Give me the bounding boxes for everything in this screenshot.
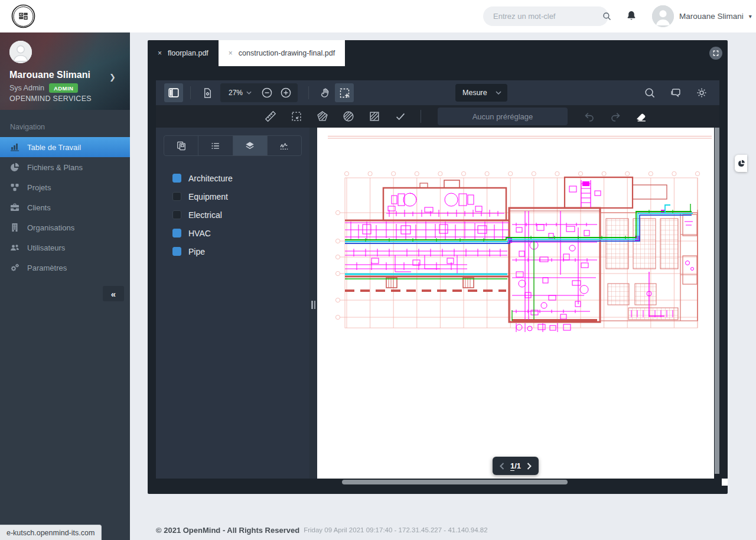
- sidebar: Marouane Slimani ❯ Sys Admin ADMIN OPENM…: [0, 32, 130, 540]
- vertical-scrollbar[interactable]: [714, 128, 719, 479]
- area-measure-icon[interactable]: [314, 108, 331, 125]
- nav-item-label: Fichiers & Plans: [27, 163, 83, 172]
- gears-icon: [10, 263, 19, 272]
- sidebar-item-projets[interactable]: Projets: [0, 177, 130, 197]
- app-footer: © 2021 OpenMind - All Rights Reserved Fr…: [130, 520, 756, 540]
- layer-pipe[interactable]: Pipe: [172, 242, 302, 261]
- toolbar-divider: [190, 86, 191, 99]
- vertical-scrollbar-thumb[interactable]: [715, 128, 719, 474]
- tab-label: floorplan.pdf: [168, 49, 208, 57]
- resize-grip-icon: [311, 301, 315, 309]
- panel-tab-switcher: [164, 135, 302, 156]
- comments-icon[interactable]: [666, 83, 685, 102]
- copyright-text: © 2021 OpenMind - All Rights Reserved: [156, 526, 299, 535]
- sidebar-item-utilisateurs[interactable]: Utilisateurs: [0, 238, 130, 258]
- user-menu[interactable]: Marouane Slimani ▾: [652, 5, 752, 27]
- layers-list: Architecture Equipment Electrical HVAC P…: [164, 169, 302, 261]
- profile-avatar[interactable]: [9, 41, 32, 63]
- count-measure-icon[interactable]: [392, 108, 409, 125]
- side-panel-toggle[interactable]: [735, 155, 747, 172]
- scrollbar-corner: [722, 479, 728, 486]
- tab-thumbnails-icon[interactable]: [164, 136, 198, 155]
- layer-equipment[interactable]: Equipment: [172, 187, 302, 206]
- app-logo-icon[interactable]: [11, 4, 36, 29]
- style-preset-button[interactable]: Aucun préréglage: [438, 108, 568, 125]
- document-tabbar: × floorplan.pdf × construction-drawing-f…: [148, 40, 728, 66]
- layer-checkbox[interactable]: [172, 192, 181, 201]
- nav-item-label: Organisations: [27, 223, 74, 232]
- tab-layers-icon[interactable]: [233, 136, 268, 155]
- viewer-toolbar: 27%: [156, 80, 719, 105]
- perimeter-measure-icon[interactable]: [288, 108, 305, 125]
- profile-expand-icon[interactable]: ❯: [109, 73, 116, 82]
- left-panel-toggle-icon[interactable]: [164, 83, 183, 102]
- nav-item-label: Utilisateurs: [27, 243, 65, 252]
- redo-icon[interactable]: [607, 108, 624, 125]
- tab-outline-icon[interactable]: [198, 136, 233, 155]
- link-preview-statusbar: e-kutsch.openmind-its.com: [0, 525, 102, 540]
- measure-dropdown[interactable]: Mesure: [455, 84, 507, 102]
- layer-checkbox[interactable]: [172, 229, 181, 238]
- layer-hvac[interactable]: HVAC: [172, 224, 302, 242]
- layer-checkbox[interactable]: [172, 210, 181, 219]
- side-panel: Architecture Equipment Electrical HVAC P…: [156, 128, 309, 479]
- notifications-bell-icon[interactable]: [625, 8, 640, 24]
- viewer-settings-gear-icon[interactable]: [692, 83, 711, 102]
- session-info: Friday 09 April 2021 09:17:40 - 172.31.4…: [304, 526, 487, 534]
- profile-role: Sys Admin: [9, 84, 44, 92]
- previous-page-icon[interactable]: [500, 463, 504, 470]
- undo-icon[interactable]: [581, 108, 598, 125]
- rect-area-measure-icon[interactable]: [366, 108, 383, 125]
- tab-construction-drawing[interactable]: × construction-drawing-final.pdf: [219, 40, 345, 66]
- close-tab-icon[interactable]: ×: [229, 49, 233, 57]
- sidebar-nav: Table de Travail Fichiers & Plans Projet…: [0, 137, 130, 278]
- zoom-level-dropdown[interactable]: 27%: [223, 89, 258, 97]
- search-input[interactable]: [483, 12, 602, 21]
- chevron-down-icon: [496, 91, 501, 95]
- page-navigator: 1/1: [493, 457, 539, 475]
- panel-resize-handle[interactable]: [309, 128, 317, 479]
- distance-measure-icon[interactable]: [262, 108, 279, 125]
- user-name: Marouane Slimani: [679, 12, 744, 21]
- fullscreen-icon[interactable]: [709, 47, 722, 60]
- search-icon[interactable]: [602, 11, 612, 21]
- zoom-out-icon[interactable]: [258, 83, 276, 102]
- layer-electrical[interactable]: Electrical: [172, 206, 302, 224]
- briefcase-icon: [10, 203, 19, 212]
- page-settings-icon[interactable]: [198, 83, 217, 102]
- document-canvas[interactable]: 1/1: [317, 128, 714, 479]
- global-search: [483, 6, 608, 26]
- admin-badge: ADMIN: [49, 83, 78, 93]
- pie-chart-icon: [10, 162, 19, 172]
- measurement-toolbar: Aucun préréglage: [156, 105, 719, 128]
- zoom-in-icon[interactable]: [276, 83, 295, 102]
- sidebar-collapse-button[interactable]: «: [103, 286, 124, 301]
- tab-floorplan[interactable]: × floorplan.pdf: [148, 40, 219, 66]
- sidebar-item-parametres[interactable]: Paramètres: [0, 258, 130, 278]
- measure-label: Mesure: [462, 89, 487, 97]
- marquee-zoom-icon[interactable]: [335, 83, 354, 102]
- ellipse-area-measure-icon[interactable]: [340, 108, 357, 125]
- horizontal-scrollbar-thumb[interactable]: [342, 480, 568, 484]
- sidebar-item-fichiers-plans[interactable]: Fichiers & Plans: [0, 157, 130, 177]
- pdf-viewer: × floorplan.pdf × construction-drawing-f…: [148, 40, 728, 494]
- sidebar-item-organisations[interactable]: Organisations: [0, 217, 130, 238]
- viewer-content: Architecture Equipment Electrical HVAC P…: [156, 128, 719, 479]
- nav-item-label: Projets: [27, 183, 51, 192]
- tab-signature-icon[interactable]: [268, 136, 301, 155]
- close-tab-icon[interactable]: ×: [158, 49, 162, 57]
- sidebar-item-clients[interactable]: Clients: [0, 197, 130, 217]
- building-icon: [10, 223, 19, 232]
- pan-tool-icon[interactable]: [316, 83, 335, 102]
- search-document-icon[interactable]: [640, 83, 659, 102]
- next-page-icon[interactable]: [527, 463, 532, 470]
- nav-item-label: Paramètres: [27, 264, 67, 272]
- toolbar-divider: [421, 110, 421, 123]
- user-caret-icon: ▾: [749, 13, 752, 19]
- layer-checkbox[interactable]: [172, 247, 181, 256]
- sidebar-item-table-de-travail[interactable]: Table de Travail: [0, 137, 130, 157]
- eraser-icon[interactable]: [633, 108, 650, 125]
- layer-architecture[interactable]: Architecture: [172, 169, 302, 187]
- horizontal-scrollbar[interactable]: [325, 479, 722, 486]
- layer-checkbox[interactable]: [172, 174, 181, 183]
